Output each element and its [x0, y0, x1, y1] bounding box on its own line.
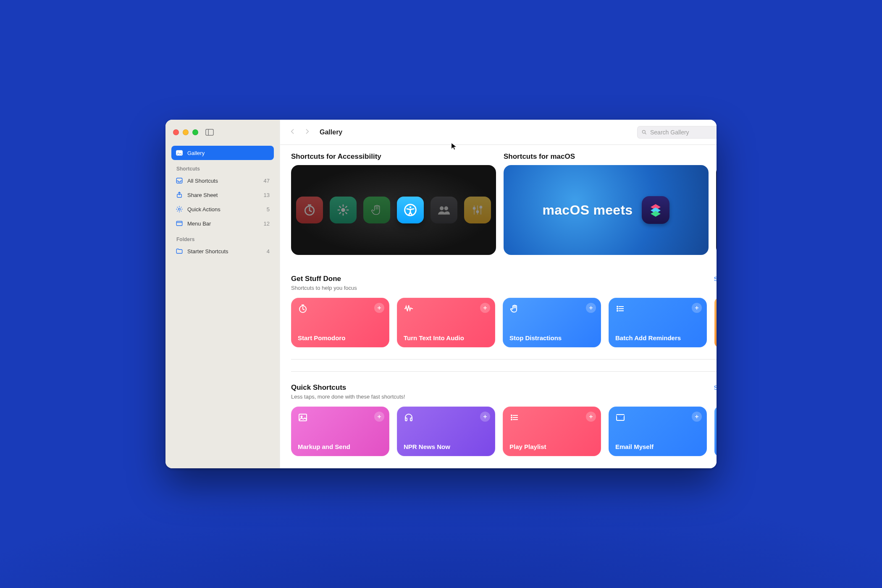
- shortcuts-window: GalleryShortcutsAll Shortcuts47Share She…: [165, 120, 717, 468]
- shortcut-label: Stop Distractions: [509, 334, 594, 341]
- sidebar-heading: Folders: [171, 231, 274, 244]
- shortcut-card[interactable]: Email Myself: [609, 407, 707, 456]
- shortcuts-app-icon: [642, 196, 669, 224]
- tray-icon: [176, 177, 183, 184]
- sidebar-item-label: Starter Shortcuts: [187, 248, 228, 255]
- nav-forward-button[interactable]: [304, 128, 310, 136]
- content-scroll[interactable]: Shortcuts for Accessibility Shortcuts fo…: [280, 145, 717, 468]
- headphones-icon: [404, 412, 414, 423]
- sidebar-heading: Shortcuts: [171, 160, 274, 173]
- window-icon: [176, 220, 183, 227]
- shortcut-card[interactable]: Turn Text Into Audio: [397, 298, 495, 347]
- shortcut-label: NPR News Now: [404, 443, 488, 450]
- tile-icon: [296, 197, 323, 223]
- folder-icon: [176, 247, 183, 255]
- shortcut-card[interactable]: Start Pomodoro: [291, 298, 389, 347]
- section-divider: [291, 359, 717, 360]
- add-shortcut-button[interactable]: [480, 412, 490, 422]
- image-icon: [298, 412, 308, 423]
- sidebar-item-label: Share Sheet: [187, 192, 218, 198]
- sidebar: GalleryShortcutsAll Shortcuts47Share She…: [165, 120, 280, 468]
- list-icon: [615, 304, 625, 314]
- sidebar-item-starter[interactable]: Starter Shortcuts4: [171, 244, 274, 258]
- zoom-button[interactable]: [192, 129, 198, 135]
- sidebar-item-count: 5: [267, 206, 270, 213]
- shortcut-label: Start Pomodoro: [298, 334, 383, 341]
- toggle-sidebar-button[interactable]: [205, 128, 214, 137]
- feature-a11y[interactable]: Shortcuts for Accessibility: [291, 152, 496, 255]
- sidebar-item-quick[interactable]: Quick Actions5: [171, 202, 274, 216]
- a11y-tiles: [296, 197, 491, 223]
- hand-icon: [509, 304, 520, 314]
- main-pane: Gallery Search Gallery Shortcuts for Acc…: [280, 120, 717, 468]
- sidebar-titlebar: [165, 120, 280, 145]
- sidebar-item-count: 13: [264, 192, 270, 198]
- sidebar-item-label: All Shortcuts: [187, 178, 218, 184]
- feature-macos[interactable]: Shortcuts for macOSmacOS meets: [504, 152, 709, 255]
- mail-icon: [615, 412, 625, 423]
- sidebar-item-label: Gallery: [187, 150, 205, 156]
- search-field[interactable]: Search Gallery: [637, 126, 717, 139]
- add-shortcut-button[interactable]: [692, 412, 702, 422]
- feature-banner[interactable]: [291, 165, 496, 255]
- shortcut-label: Markup and Send: [298, 443, 383, 450]
- section-getstuff: Get Stuff DoneShortcuts to help you focu…: [280, 263, 717, 347]
- feature-title: Shortcuts for macOS: [504, 152, 709, 161]
- sidebar-item-all[interactable]: All Shortcuts47: [171, 173, 274, 188]
- gallery-icon: [176, 149, 183, 157]
- window-controls: [173, 129, 198, 135]
- see-all-link[interactable]: See All: [714, 384, 717, 391]
- sidebar-item-count: 12: [264, 220, 270, 227]
- list-icon: [509, 412, 520, 423]
- shortcut-card[interactable]: [714, 407, 717, 456]
- toolbar: Gallery Search Gallery: [280, 120, 717, 145]
- shortcut-label: Email Myself: [615, 443, 700, 450]
- feature-banner[interactable]: macOS meets: [504, 165, 709, 255]
- see-all-link[interactable]: See All: [714, 276, 717, 282]
- share-icon: [176, 191, 183, 199]
- search-placeholder: Search Gallery: [650, 129, 689, 136]
- add-shortcut-button[interactable]: [692, 303, 702, 313]
- search-icon: [641, 129, 647, 135]
- sidebar-item-menubar[interactable]: Menu Bar12: [171, 216, 274, 231]
- shortcut-card[interactable]: Stop Distractions: [503, 298, 601, 347]
- nav-back-button[interactable]: [289, 128, 296, 136]
- feature-title: F: [716, 152, 717, 161]
- section-subtitle: Less taps, more done with these fast sho…: [291, 394, 405, 400]
- sidebar-item-count: 47: [264, 178, 270, 184]
- wave-icon: [404, 304, 414, 314]
- add-shortcut-button[interactable]: [374, 412, 384, 422]
- shortcut-card[interactable]: Markup and Send: [291, 407, 389, 456]
- close-button[interactable]: [173, 129, 179, 135]
- feature-banner[interactable]: [716, 165, 717, 255]
- shortcut-card[interactable]: Play Playlist: [503, 407, 601, 456]
- sidebar-item-share[interactable]: Share Sheet13: [171, 188, 274, 202]
- feature-title: Shortcuts for Accessibility: [291, 152, 496, 161]
- sidebar-item-gallery[interactable]: Gallery: [171, 146, 274, 160]
- gear-icon: [176, 205, 183, 213]
- shortcut-label: Turn Text Into Audio: [404, 334, 488, 341]
- add-shortcut-button[interactable]: [586, 412, 596, 422]
- feature-more[interactable]: F: [716, 152, 717, 255]
- sidebar-item-label: Quick Actions: [187, 206, 220, 213]
- minimize-button[interactable]: [183, 129, 189, 135]
- section-title: Quick Shortcuts: [291, 383, 405, 392]
- asterisk-icon: [330, 197, 357, 223]
- banner-text: macOS meets: [543, 202, 633, 218]
- timer-icon: [298, 304, 308, 314]
- add-shortcut-button[interactable]: [374, 303, 384, 313]
- people-icon: [430, 197, 457, 223]
- shortcut-card[interactable]: [714, 298, 717, 347]
- shortcut-label: Play Playlist: [509, 443, 594, 450]
- add-shortcut-button[interactable]: [586, 303, 596, 313]
- hand-icon: [363, 197, 390, 223]
- shortcut-card[interactable]: NPR News Now: [397, 407, 495, 456]
- add-shortcut-button[interactable]: [480, 303, 490, 313]
- section-title: Get Stuff Done: [291, 275, 357, 283]
- shortcut-card[interactable]: Batch Add Reminders: [609, 298, 707, 347]
- sidebar-item-count: 4: [267, 248, 270, 255]
- page-title: Gallery: [320, 129, 342, 136]
- section-subtitle: Shortcuts to help you focus: [291, 285, 357, 291]
- sliders-icon: [464, 197, 491, 223]
- shortcut-label: Batch Add Reminders: [615, 334, 700, 341]
